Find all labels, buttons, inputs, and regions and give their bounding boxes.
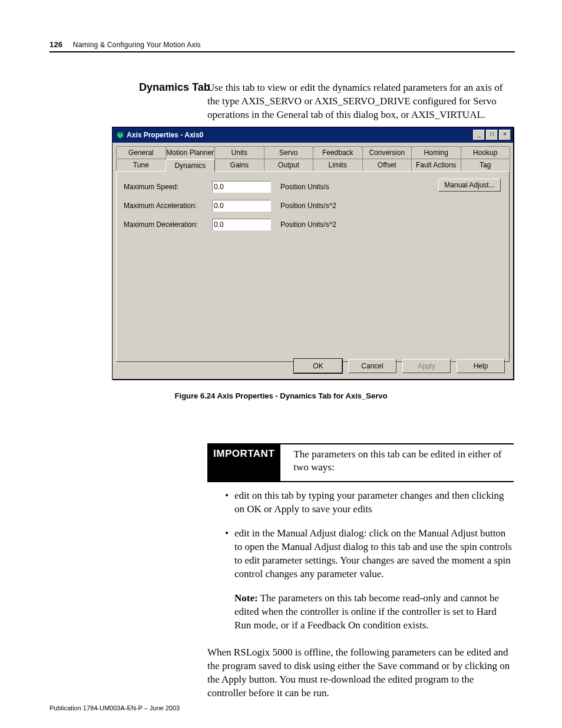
important-callout: IMPORTANT The parameters on this tab can…: [207, 443, 514, 482]
publication-footer: Publication 1784-UM003A-EN-P – June 2003: [49, 704, 180, 711]
close-button[interactable]: ×: [499, 130, 511, 140]
important-text: The parameters on this tab can be edited…: [280, 444, 514, 481]
field-max-accel: Maximum Acceleration: Position Units/s^2: [124, 200, 502, 212]
tab-hookup[interactable]: Hookup: [461, 146, 511, 159]
help-button[interactable]: Help: [457, 359, 505, 373]
intro-paragraph: Use this tab to view or edit the dynamic…: [207, 81, 514, 122]
unit-max-speed: Position Units/s: [280, 183, 329, 191]
label-max-speed: Maximum Speed:: [124, 183, 212, 191]
bullet-list: edit on this tab by typing your paramete…: [225, 489, 514, 643]
chapter-title: Naming & Configuring Your Motion Axis: [73, 41, 201, 49]
manual-adjust-button[interactable]: Manual Adjust...: [438, 179, 501, 192]
label-max-decel: Maximum Deceleration:: [124, 220, 212, 229]
maximize-button[interactable]: □: [486, 130, 498, 140]
app-icon: [116, 131, 124, 139]
running-header: 126 Naming & Configuring Your Motion Axi…: [49, 40, 515, 52]
tab-general[interactable]: General: [116, 146, 166, 159]
unit-max-accel: Position Units/s^2: [280, 202, 336, 210]
figure-caption: Figure 6.24 Axis Properties - Dynamics T…: [0, 391, 562, 400]
apply-button[interactable]: Apply: [402, 359, 451, 373]
input-max-decel[interactable]: [212, 219, 271, 230]
tab-tag[interactable]: Tag: [461, 159, 511, 171]
tab-motion-planner[interactable]: Motion Planner: [166, 146, 216, 159]
page-number: 126: [49, 40, 62, 49]
dialog-titlebar: Axis Properties - Axis0 _ □ ×: [113, 127, 513, 143]
minimize-button[interactable]: _: [473, 130, 485, 140]
tab-dynamics[interactable]: Dynamics: [166, 159, 216, 172]
note-label: Note:: [234, 592, 258, 604]
tab-units[interactable]: Units: [214, 146, 265, 159]
tab-feedback[interactable]: Feedback: [313, 146, 363, 159]
unit-max-decel: Position Units/s^2: [280, 220, 336, 229]
list-item: edit on this tab by typing your paramete…: [225, 489, 514, 516]
ok-button[interactable]: OK: [294, 359, 342, 373]
svg-rect-1: [120, 132, 121, 134]
label-max-accel: Maximum Acceleration:: [124, 202, 212, 210]
tab-homing[interactable]: Homing: [411, 146, 461, 159]
input-max-accel[interactable]: [212, 200, 271, 212]
tab-fault-actions[interactable]: Fault Actions: [411, 159, 461, 171]
tab-panel-dynamics: Manual Adjust... Maximum Speed: Position…: [116, 171, 510, 362]
tab-output[interactable]: Output: [264, 159, 314, 171]
cancel-button[interactable]: Cancel: [348, 359, 396, 373]
tab-servo[interactable]: Servo: [264, 146, 314, 159]
axis-properties-dialog: Axis Properties - Axis0 _ □ × General Mo…: [112, 127, 514, 380]
tab-limits[interactable]: Limits: [313, 159, 363, 171]
section-heading: Dynamics Tab: [139, 81, 210, 94]
tab-strip: General Motion Planner Units Servo Feedb…: [116, 146, 510, 171]
list-item: edit in the Manual Adjust dialog: click …: [225, 527, 514, 633]
tab-tune[interactable]: Tune: [116, 159, 166, 171]
tab-gains[interactable]: Gains: [214, 159, 265, 171]
dialog-title: Axis Properties - Axis0: [127, 131, 472, 139]
tab-offset[interactable]: Offset: [362, 159, 412, 171]
tab-conversion[interactable]: Conversion: [362, 146, 412, 159]
field-max-decel: Maximum Deceleration: Position Units/s^2: [124, 219, 502, 230]
list-item-text: edit in the Manual Adjust dialog: click …: [234, 528, 512, 579]
important-label: IMPORTANT: [207, 444, 280, 481]
note-text: The parameters on this tab become read-o…: [234, 592, 499, 631]
input-max-speed[interactable]: [212, 181, 271, 193]
closing-paragraph: When RSLogix 5000 is offline, the follow…: [207, 646, 514, 700]
dialog-button-row: OK Cancel Apply Help: [294, 359, 505, 373]
document-page: 126 Naming & Configuring Your Motion Axi…: [0, 0, 562, 728]
